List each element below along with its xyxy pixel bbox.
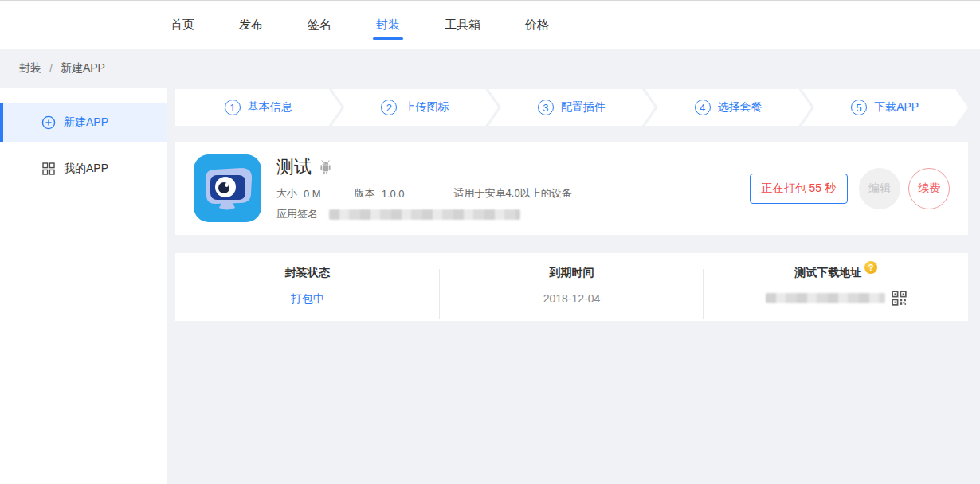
nav-tab-toolbox[interactable]: 工具箱	[441, 1, 484, 49]
redacted-download-url[interactable]	[766, 293, 885, 303]
step-label: 选择套餐	[718, 100, 762, 115]
breadcrumb-separator: /	[49, 62, 53, 75]
plus-circle-icon	[41, 115, 56, 130]
breadcrumb: 封装 / 新建APP	[0, 49, 980, 88]
step-number-badge: 3	[538, 100, 554, 115]
step-number-badge: 1	[225, 100, 241, 115]
step-number-badge: 4	[695, 100, 711, 115]
breadcrumb-section[interactable]: 封装	[19, 61, 41, 76]
status-header: 封装状态	[175, 266, 440, 280]
packing-status-button[interactable]: 正在打包 55 秒	[750, 174, 848, 204]
nav-tab-pricing[interactable]: 价格	[522, 1, 552, 49]
step-number-badge: 5	[851, 100, 867, 115]
status-panel: 封装状态 打包中 到期时间 2018-12-04 测试下载地址?	[175, 253, 968, 321]
status-col-package-state: 封装状态 打包中	[175, 266, 440, 321]
wizard-stepper: 1 基本信息 2 上传图标 3 配置插件 4 选择套餐 5 下载APP	[175, 89, 968, 126]
step-label: 配置插件	[561, 100, 606, 115]
app-name: 测试	[276, 155, 312, 179]
grid-icon	[41, 162, 56, 176]
size-label: 大小	[276, 186, 297, 201]
sidebar-item-label: 我的APP	[64, 162, 108, 176]
sidebar: 新建APP 我的APP	[0, 88, 167, 484]
step-upload-icon[interactable]: 2 上传图标	[332, 89, 499, 126]
status-header: 到期时间	[440, 266, 704, 280]
status-col-download: 测试下载地址?	[704, 266, 968, 321]
nav-tab-sign[interactable]: 签名	[304, 1, 335, 49]
step-configure-plugins[interactable]: 3 配置插件	[488, 89, 655, 126]
sidebar-item-label: 新建APP	[64, 115, 108, 130]
step-label: 基本信息	[248, 100, 292, 115]
android-icon	[318, 159, 333, 176]
version-label: 版本	[355, 186, 375, 201]
status-col-expiry: 到期时间 2018-12-04	[440, 266, 704, 321]
help-badge-icon[interactable]: ?	[864, 261, 877, 274]
step-label: 下载APP	[874, 100, 919, 115]
size-value: 0 M	[304, 188, 321, 200]
sidebar-item-my-apps[interactable]: 我的APP	[0, 150, 167, 188]
step-choose-plan[interactable]: 4 选择套餐	[645, 89, 812, 126]
expiry-date-value: 2018-12-04	[440, 292, 704, 305]
nav-tab-home[interactable]: 首页	[167, 1, 198, 49]
nav-tab-publish[interactable]: 发布	[236, 1, 266, 49]
renew-button[interactable]: 续费	[908, 168, 950, 209]
compat-text: 适用于安卓4.0以上的设备	[454, 186, 572, 201]
step-basic-info[interactable]: 1 基本信息	[175, 89, 342, 126]
signature-label: 应用签名	[276, 207, 318, 221]
step-label: 上传图标	[404, 100, 449, 115]
top-nav: 首页 发布 签名 封装 工具箱 价格	[0, 1, 980, 49]
app-card: 测试 大小 0 M	[175, 142, 968, 235]
sidebar-item-new-app[interactable]: 新建APP	[0, 103, 167, 142]
version-value: 1.0.0	[382, 188, 405, 200]
download-header-label: 测试下载地址	[794, 266, 861, 279]
edit-button[interactable]: 编辑	[859, 168, 900, 209]
redacted-signature	[329, 209, 520, 220]
package-state-value[interactable]: 打包中	[175, 292, 440, 306]
step-number-badge: 2	[381, 100, 397, 115]
nav-tab-package[interactable]: 封装	[373, 1, 403, 49]
step-download-app[interactable]: 5 下载APP	[802, 89, 968, 126]
app-logo-icon	[194, 154, 261, 222]
qr-code-icon[interactable]	[892, 291, 907, 306]
breadcrumb-page[interactable]: 新建APP	[61, 61, 105, 76]
status-header: 测试下载地址?	[704, 266, 968, 280]
